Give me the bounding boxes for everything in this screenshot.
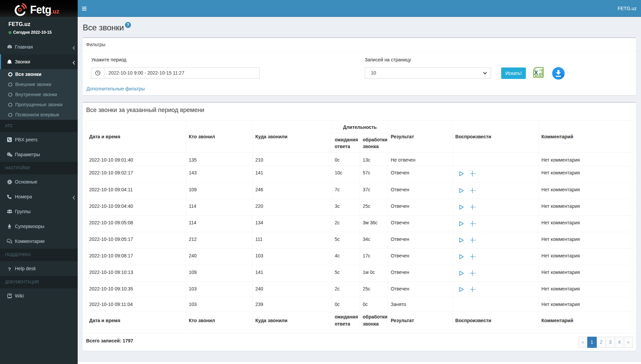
svg-text:X: X [534, 69, 538, 76]
svg-text:?: ? [127, 23, 129, 27]
